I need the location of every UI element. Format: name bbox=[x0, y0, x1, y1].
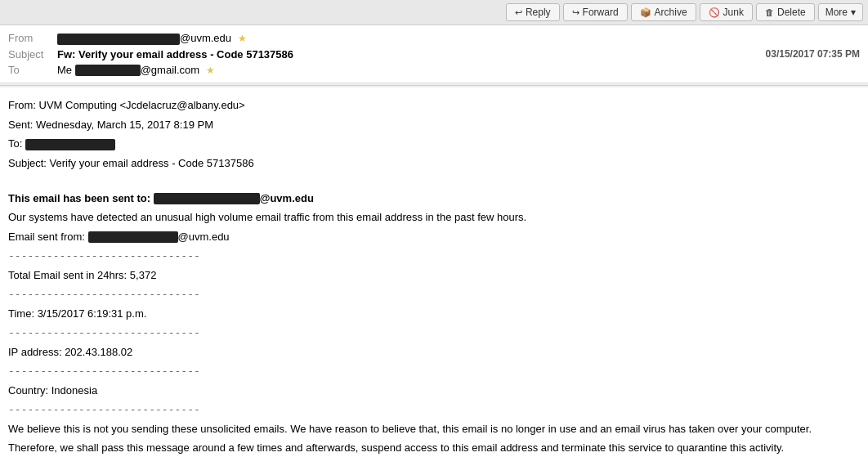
forward-button[interactable]: ↪ Forward bbox=[563, 3, 628, 21]
from-label: From bbox=[8, 32, 57, 44]
subject-row: Subject Fw: Verify your email address - … bbox=[8, 47, 860, 62]
forward-icon: ↪ bbox=[572, 7, 579, 18]
body-line3: Therefore, we shall pass this message ar… bbox=[8, 440, 860, 456]
body-to-line: To: bbox=[8, 136, 860, 152]
from-row: From @uvm.edu ★ bbox=[8, 30, 860, 47]
from-email-redacted bbox=[88, 231, 178, 243]
body-to-redacted bbox=[25, 139, 115, 150]
from-star-icon: ★ bbox=[238, 33, 247, 44]
body-line1: Our systems have detected an unusual hig… bbox=[8, 209, 860, 226]
junk-label: Junk bbox=[723, 7, 744, 18]
more-label: More bbox=[825, 7, 848, 18]
intro-redacted bbox=[154, 193, 260, 204]
forward-label: Forward bbox=[583, 7, 619, 18]
sep5: ------------------------------ bbox=[8, 401, 860, 418]
time-label: Time: 3/15/2017 6:19:31 p.m. bbox=[8, 306, 860, 322]
body-from-email: Email sent from: @uvm.edu bbox=[8, 229, 860, 245]
body-subject-line: Subject: Verify your email address - Cod… bbox=[8, 155, 860, 172]
email-body: From: UVM Computing <Jcdelacruz@albany.e… bbox=[0, 87, 868, 475]
more-button[interactable]: More bbox=[818, 3, 863, 21]
reply-button[interactable]: ↩ Reply bbox=[506, 3, 560, 21]
sep2: ------------------------------ bbox=[8, 286, 860, 302]
reply-icon: ↩ bbox=[515, 7, 522, 18]
subject-label: Subject bbox=[8, 48, 57, 60]
body-sent-line: Sent: Wednesday, March 15, 2017 8:19 PM bbox=[8, 117, 860, 133]
total-label: Total Email sent in 24hrs: 5,372 bbox=[8, 267, 860, 284]
header-divider bbox=[0, 85, 868, 86]
to-value: Me @gmail.com ★ bbox=[57, 64, 215, 77]
country-label: Country: Indonesia bbox=[8, 383, 860, 399]
to-star-icon: ★ bbox=[206, 65, 215, 76]
sep1: ------------------------------ bbox=[8, 248, 860, 264]
reply-label: Reply bbox=[526, 7, 551, 18]
junk-button[interactable]: 🚫 Junk bbox=[700, 3, 753, 21]
delete-icon: 🗑 bbox=[765, 7, 774, 17]
delete-button[interactable]: 🗑 Delete bbox=[756, 3, 815, 21]
email-meta-header: From @uvm.edu ★ Subject Fw: Verify your … bbox=[0, 25, 868, 83]
email-date: 03/15/2017 07:35 PM bbox=[766, 48, 860, 60]
from-value: @uvm.edu ★ bbox=[57, 32, 247, 45]
body-line2: We believe this is not you sending these… bbox=[8, 421, 860, 437]
body-intro: This email has been sent to: @uvm.edu bbox=[8, 190, 860, 207]
body-from-line: From: UVM Computing <Jcdelacruz@albany.e… bbox=[8, 97, 860, 114]
archive-button[interactable]: 📦 Archive bbox=[631, 3, 696, 21]
ip-label: IP address: 202.43.188.02 bbox=[8, 344, 860, 361]
archive-icon: 📦 bbox=[640, 7, 651, 18]
sep3: ------------------------------ bbox=[8, 325, 860, 341]
junk-icon: 🚫 bbox=[709, 7, 720, 18]
delete-label: Delete bbox=[777, 7, 806, 18]
subject-value: Fw: Verify your email address - Code 571… bbox=[57, 48, 293, 60]
sep4: ------------------------------ bbox=[8, 363, 860, 379]
to-label: To bbox=[8, 64, 57, 76]
intro-bold: This email has been sent to: bbox=[8, 192, 150, 204]
to-row: To Me @gmail.com ★ bbox=[8, 62, 860, 78]
archive-label: Archive bbox=[655, 7, 687, 18]
to-redacted bbox=[75, 65, 141, 76]
from-redacted bbox=[57, 34, 180, 45]
toolbar: ↩ Reply ↪ Forward 📦 Archive 🚫 Junk 🗑 Del… bbox=[0, 0, 868, 25]
